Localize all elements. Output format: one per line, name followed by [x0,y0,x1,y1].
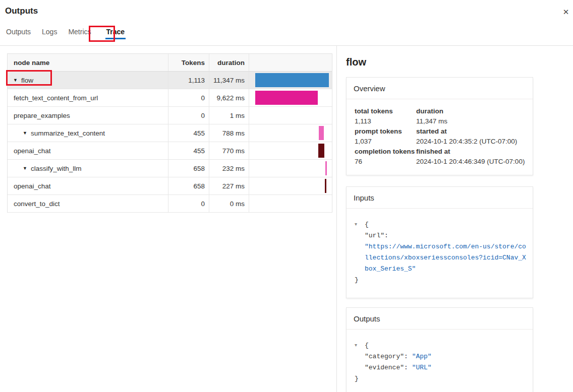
collapse-arrow-icon[interactable]: ▼ [13,78,18,83]
overview-card: Overview total tokens1,113 duration11,34… [346,77,533,175]
field-label: prompt tokens [355,126,416,137]
duration-bar-cell [249,124,332,142]
close-brace: } [355,373,527,384]
field-value: 1,113 [355,116,416,126]
node-name: flow [21,77,33,84]
page-title: Outputs [5,6,38,16]
overview-card-header: Overview [347,78,533,99]
duration-bar [255,73,329,87]
outputs-card-header: Outputs [347,308,533,330]
table-header-row: node name Tokens duration [8,54,332,72]
table-row-classify-with-llm[interactable]: ▼classify_with_llm 658 232 ms [8,160,332,177]
duration-bar-cell [249,89,332,106]
tab-bar: Outputs Logs Metrics Trace [5,26,126,43]
column-header-chart [249,54,332,71]
open-brace: { [365,221,369,228]
table-row-flow[interactable]: ▼flow 1,113 11,347 ms [8,72,332,89]
duration-bar [325,161,327,175]
tokens-value: 455 [168,142,209,159]
duration-bar-cell [249,107,332,124]
close-icon[interactable]: ✕ [560,6,572,18]
duration-bar [325,179,326,193]
tokens-value: 455 [168,124,209,142]
field-value: 2024-10-1 20:4:35:2 (UTC-07:00) [416,137,526,147]
duration-bar-cell [249,195,332,212]
json-key: "url": [365,230,527,241]
inputs-card-header: Inputs [347,187,533,209]
field-label: finished at [416,147,526,157]
duration-bar-cell [249,142,332,159]
field-label: completion tokens [355,147,416,157]
duration-value: 770 ms [209,142,249,159]
collapse-arrow-icon[interactable]: ▼ [23,130,27,136]
node-name: summarize_text_content [31,129,105,137]
column-header-node-name[interactable]: node name [8,54,168,71]
duration-value: 232 ms [209,160,249,177]
field-label: started at [416,126,526,137]
column-header-duration[interactable]: duration [209,54,249,71]
outputs-card: Outputs ▾{ "category": "App" "evidence":… [346,307,533,392]
field-value: 76 [355,157,416,167]
node-name: openai_chat [14,147,51,155]
tokens-value: 0 [168,107,209,124]
field-value: 11,347 ms [416,116,526,126]
duration-bar-cell [249,177,332,194]
field-label: duration [416,106,526,116]
tokens-value: 658 [168,177,209,194]
node-name: convert_to_dict [14,200,60,208]
trace-panel: Outputs ✕ Outputs Logs Metrics Trace nod… [0,0,573,392]
json-collapse-icon[interactable]: ▾ [355,219,365,230]
tab-outputs[interactable]: Outputs [5,26,32,41]
duration-value: 9,622 ms [209,89,249,106]
json-key: "evidence": [365,364,408,371]
json-string-value: "App" [412,353,432,360]
table-row-summarize-text-content[interactable]: ▼summarize_text_content 455 788 ms [8,124,332,142]
detail-title: flow [346,54,533,70]
tab-trace[interactable]: Trace [105,26,126,41]
pane-divider [336,45,337,392]
json-string-value: "URL" [412,364,432,371]
field-value: 2024-10-1 20:4:46:349 (UTC-07:00) [416,157,526,167]
detail-panel: flow Overview total tokens1,113 duration… [346,54,533,392]
tabbar-divider [0,45,573,46]
duration-bar-cell [249,72,332,89]
json-string-value: "https://www.microsoft.com/en-us/store/c… [365,241,526,275]
duration-value: 0 ms [209,195,249,212]
duration-value: 788 ms [209,124,249,142]
tokens-value: 0 [168,195,209,212]
tab-logs[interactable]: Logs [41,26,58,41]
node-name: openai_chat [14,182,51,190]
node-name: classify_with_llm [31,165,82,172]
tokens-value: 658 [168,160,209,177]
tab-metrics[interactable]: Metrics [67,26,92,41]
field-value: 1,037 [355,137,416,147]
outputs-json-viewer: ▾{ "category": "App" "evidence": "URL" } [347,330,533,392]
duration-bar [319,126,324,140]
tokens-value: 1,113 [168,72,209,89]
table-row-prepare-examples[interactable]: prepare_examples 0 1 ms [8,107,332,124]
table-row-fetch-text-content-from-url[interactable]: fetch_text_content_from_url 0 9,622 ms [8,89,332,107]
table-row-openai-chat-1[interactable]: openai_chat 455 770 ms [8,142,332,160]
trace-table: node name Tokens duration ▼flow 1,113 11… [7,53,332,213]
field-label: total tokens [355,106,416,116]
inputs-card: Inputs ▾{ "url": "https://www.microsoft.… [346,186,533,298]
tokens-value: 0 [168,89,209,106]
table-row-convert-to-dict[interactable]: convert_to_dict 0 0 ms [8,195,332,213]
collapse-arrow-icon[interactable]: ▼ [23,166,27,171]
json-collapse-icon[interactable]: ▾ [355,340,365,351]
duration-value: 11,347 ms [209,72,249,89]
duration-value: 1 ms [209,107,249,124]
inputs-json-viewer: ▾{ "url": "https://www.microsoft.com/en-… [347,209,533,298]
close-brace: } [355,275,527,286]
duration-bar [318,144,324,158]
json-key: "category": [365,353,408,360]
open-brace: { [365,342,369,349]
node-name: prepare_examples [14,112,70,119]
duration-bar-cell [249,160,332,177]
column-header-tokens[interactable]: Tokens [168,54,209,71]
duration-bar [255,91,318,105]
table-row-openai-chat-2[interactable]: openai_chat 658 227 ms [8,177,332,195]
duration-value: 227 ms [209,177,249,194]
node-name: fetch_text_content_from_url [14,94,98,102]
